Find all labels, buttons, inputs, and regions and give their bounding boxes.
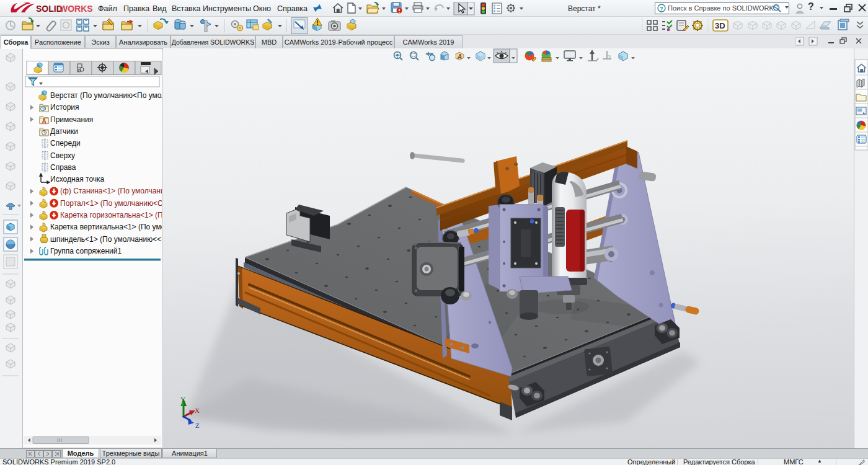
- svg-text:Исходная точка: Исходная точка: [50, 175, 105, 184]
- svg-text:Каретка вертикальна<1> (По умо: Каретка вертикальна<1> (По умолч: [50, 223, 162, 231]
- svg-text:Верстат (По умолчанию<По умол: Верстат (По умолчанию<По умолчани: [50, 91, 162, 100]
- svg-text:Справа: Справа: [50, 163, 76, 172]
- svg-text:A: A: [42, 118, 46, 125]
- svg-text:?: ?: [660, 6, 663, 12]
- svg-text:3D: 3D: [715, 21, 725, 30]
- svg-text:Группа сопряжений1: Группа сопряжений1: [50, 247, 122, 255]
- svg-text:Примечания: Примечания: [50, 115, 93, 124]
- svg-text:SOLID: SOLID: [36, 4, 63, 14]
- svg-text:История: История: [50, 103, 79, 112]
- svg-text:Y: Y: [180, 396, 185, 403]
- svg-text:Датчики: Датчики: [50, 127, 78, 136]
- svg-text:шпиндель<1> (По умолчанию<<П: шпиндель<1> (По умолчанию<<П: [50, 235, 162, 244]
- svg-text:(ф) Станина<1> (По умолчани: (ф) Станина<1> (По умолчани: [60, 187, 162, 195]
- svg-text:WORKS: WORKS: [60, 4, 93, 14]
- svg-text:A: A: [457, 53, 462, 60]
- svg-text:Портал<1> (По умолчанию<С: Портал<1> (По умолчанию<С: [60, 199, 162, 208]
- svg-text:Каретка горизонтальна<1> (По: Каретка горизонтальна<1> (По: [60, 211, 162, 219]
- svg-text:Сверху: Сверху: [50, 151, 75, 160]
- svg-text:X: X: [195, 407, 200, 414]
- svg-text:Z: Z: [195, 422, 200, 429]
- svg-text:Спереди: Спереди: [50, 139, 81, 148]
